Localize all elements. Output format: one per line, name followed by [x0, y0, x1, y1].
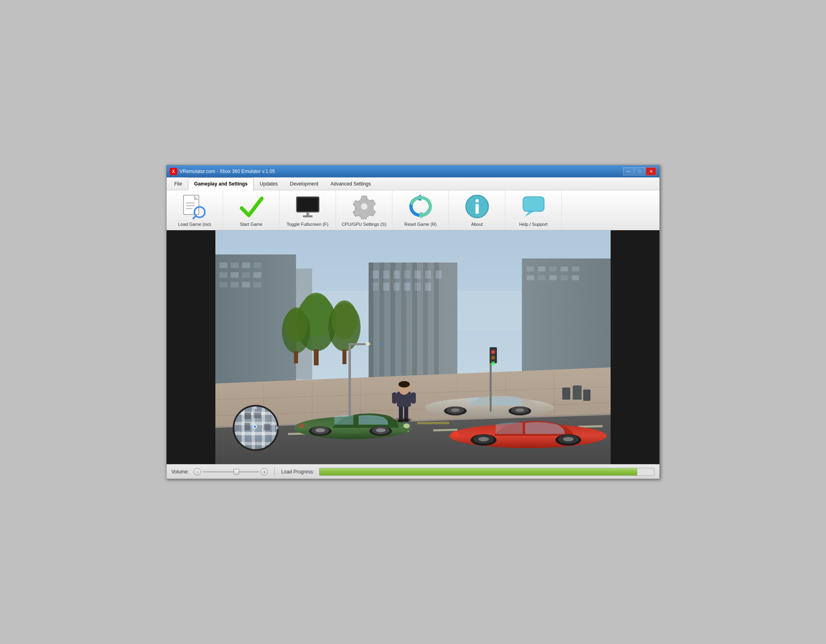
- svg-rect-126: [404, 406, 408, 419]
- svg-rect-32: [219, 272, 227, 278]
- reset-game-button[interactable]: Reset Game (R): [392, 190, 449, 230]
- svg-rect-58: [404, 283, 410, 291]
- svg-rect-155: [254, 413, 261, 418]
- svg-rect-141: [490, 347, 497, 363]
- help-support-button[interactable]: Help / Support: [505, 190, 562, 230]
- svg-point-115: [515, 408, 524, 412]
- svg-point-143: [491, 356, 495, 360]
- svg-rect-136: [583, 390, 590, 401]
- minimize-button[interactable]: ─: [623, 167, 634, 175]
- volume-thumb[interactable]: [234, 469, 239, 475]
- svg-rect-51: [404, 271, 410, 279]
- svg-point-123: [451, 431, 459, 437]
- reset-game-label: Reset Game (R): [404, 222, 436, 227]
- about-button[interactable]: About: [449, 190, 505, 230]
- svg-text:E: E: [276, 426, 279, 430]
- svg-point-76: [332, 300, 357, 339]
- svg-point-103: [315, 428, 325, 432]
- load-game-label: Load Game (iso): [178, 222, 211, 227]
- svg-rect-53: [425, 271, 431, 279]
- game-scene: N E F°C: [215, 230, 611, 464]
- svg-rect-49: [383, 271, 389, 279]
- volume-slider[interactable]: [202, 471, 259, 473]
- svg-point-108: [298, 423, 305, 428]
- svg-point-159: [254, 425, 256, 428]
- svg-rect-69: [549, 275, 557, 280]
- svg-rect-137: [348, 343, 351, 416]
- svg-rect-134: [562, 388, 570, 400]
- window-title: VRemulator.com - Xbox 360 Emulator v.1.0…: [179, 169, 275, 174]
- volume-control: − +: [194, 468, 268, 475]
- start-game-button[interactable]: Start Game: [223, 190, 280, 230]
- toggle-fullscreen-button[interactable]: Toggle Fullscreen (F): [280, 190, 336, 230]
- chat-bubble-icon: [521, 194, 546, 219]
- svg-rect-99: [417, 422, 449, 424]
- svg-point-112: [451, 408, 460, 412]
- svg-point-119: [478, 437, 489, 442]
- load-game-button[interactable]: Load Game (iso): [167, 190, 223, 230]
- svg-rect-135: [573, 386, 582, 400]
- svg-rect-147: [234, 422, 278, 425]
- svg-rect-48: [373, 271, 379, 279]
- svg-point-107: [403, 423, 410, 428]
- svg-rect-157: [264, 424, 270, 430]
- svg-rect-35: [253, 272, 261, 278]
- svg-point-144: [491, 361, 495, 365]
- help-support-label: Help / Support: [519, 222, 547, 227]
- cpu-gpu-settings-label: CPU/GPU Settings (S): [342, 222, 386, 227]
- svg-rect-65: [561, 267, 568, 271]
- volume-track: [202, 471, 259, 473]
- reset-arrows-icon: [408, 194, 434, 219]
- svg-rect-4: [186, 208, 192, 209]
- about-label: About: [471, 222, 483, 227]
- menu-item-advanced[interactable]: Advanced Settings: [324, 177, 377, 190]
- svg-rect-128: [392, 392, 397, 404]
- svg-rect-156: [244, 423, 250, 430]
- svg-rect-29: [231, 263, 239, 268]
- title-bar-left: X VRemulator.com - Xbox 360 Emulator v.1…: [170, 168, 275, 175]
- menu-item-gameplay[interactable]: Gameplay and Settings: [188, 177, 254, 190]
- start-game-label: Start Game: [240, 222, 262, 227]
- svg-rect-125: [399, 406, 403, 420]
- svg-rect-64: [549, 267, 557, 271]
- svg-rect-77: [342, 350, 346, 364]
- gear-icon: [351, 194, 377, 219]
- svg-rect-129: [411, 392, 416, 404]
- svg-rect-67: [527, 275, 534, 280]
- menu-item-updates[interactable]: Updates: [254, 177, 284, 190]
- svg-rect-62: [527, 267, 534, 271]
- volume-label: Volume:: [171, 469, 189, 475]
- svg-rect-150: [242, 406, 245, 450]
- svg-point-122: [563, 437, 574, 442]
- menu-item-development[interactable]: Development: [284, 177, 325, 190]
- svg-rect-70: [561, 275, 568, 280]
- menu-item-file[interactable]: File: [168, 177, 188, 190]
- svg-rect-38: [242, 282, 250, 288]
- svg-rect-33: [231, 272, 239, 278]
- svg-rect-52: [415, 271, 421, 279]
- svg-rect-56: [383, 283, 389, 291]
- svg-rect-54: [436, 271, 442, 279]
- progress-bar-fill: [319, 468, 638, 475]
- title-bar: X VRemulator.com - Xbox 360 Emulator v.1…: [167, 165, 659, 177]
- svg-rect-2: [186, 202, 195, 204]
- svg-rect-71: [572, 275, 579, 280]
- svg-rect-10: [303, 215, 313, 217]
- svg-rect-60: [425, 283, 431, 291]
- progress-label: Load Progress:: [281, 469, 314, 475]
- volume-decrease-button[interactable]: −: [194, 468, 201, 475]
- svg-rect-74: [314, 349, 319, 365]
- cpu-gpu-settings-button[interactable]: CPU/GPU Settings (S): [336, 190, 392, 230]
- svg-rect-50: [394, 271, 400, 279]
- close-button[interactable]: ✕: [646, 167, 656, 175]
- app-icon: X: [170, 168, 177, 175]
- app-window: X VRemulator.com - Xbox 360 Emulator v.1…: [166, 165, 660, 479]
- svg-point-11: [361, 203, 367, 210]
- status-divider: [274, 468, 275, 476]
- volume-increase-button[interactable]: +: [261, 468, 268, 475]
- svg-rect-66: [572, 267, 579, 271]
- maximize-button[interactable]: □: [634, 167, 645, 175]
- svg-rect-154: [244, 413, 251, 419]
- svg-point-133: [403, 419, 409, 422]
- status-bar: Volume: − + Load Progress:: [167, 464, 659, 479]
